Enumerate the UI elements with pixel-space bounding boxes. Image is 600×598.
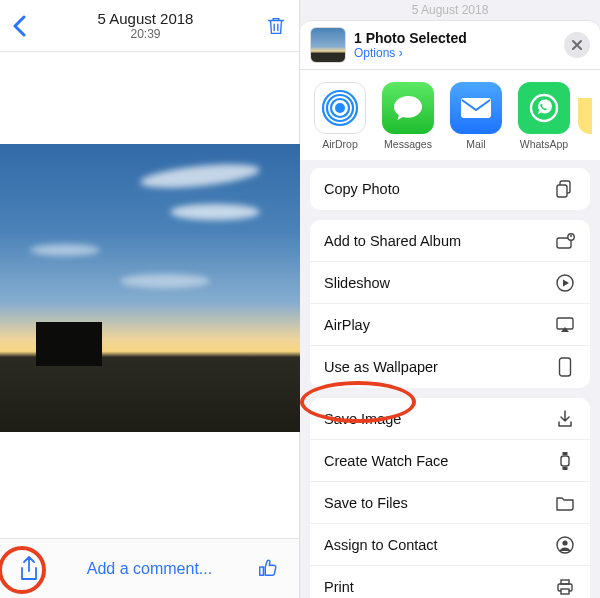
selection-title: 1 Photo Selected bbox=[354, 30, 564, 46]
actions-list: Copy Photo Add to Shared Album Slideshow… bbox=[300, 160, 600, 598]
thumbs-up-icon bbox=[257, 557, 279, 579]
like-button[interactable] bbox=[257, 557, 281, 581]
svg-rect-14 bbox=[561, 456, 569, 466]
action-add-shared-album[interactable]: Add to Shared Album bbox=[310, 220, 590, 262]
download-icon bbox=[554, 408, 576, 430]
header-title: 5 August 2018 20:39 bbox=[26, 10, 265, 41]
svg-rect-13 bbox=[560, 358, 571, 376]
mail-icon bbox=[450, 82, 502, 134]
svg-rect-15 bbox=[563, 452, 568, 455]
shared-album-icon bbox=[554, 230, 576, 252]
action-label: AirPlay bbox=[324, 317, 370, 333]
ghost-date: 5 August 2018 bbox=[300, 0, 600, 22]
action-label: Add to Shared Album bbox=[324, 233, 461, 249]
action-label: Save to Files bbox=[324, 495, 408, 511]
messages-icon bbox=[382, 82, 434, 134]
svg-rect-20 bbox=[561, 580, 569, 584]
phone-icon bbox=[554, 356, 576, 378]
svg-point-18 bbox=[562, 540, 567, 545]
folder-icon bbox=[554, 492, 576, 514]
photo-image[interactable] bbox=[0, 144, 300, 432]
svg-point-10 bbox=[570, 235, 572, 237]
app-label: AirDrop bbox=[306, 138, 374, 150]
header-date: 5 August 2018 bbox=[26, 10, 265, 27]
svg-rect-4 bbox=[461, 98, 491, 118]
share-icon bbox=[18, 555, 40, 583]
contact-icon bbox=[554, 534, 576, 556]
photo-detail-screen: 5 August 2018 20:39 Add a comment... bbox=[0, 0, 300, 598]
chevron-left-icon bbox=[12, 15, 26, 37]
delete-button[interactable] bbox=[265, 15, 287, 37]
action-slideshow[interactable]: Slideshow bbox=[310, 262, 590, 304]
svg-rect-16 bbox=[563, 467, 568, 470]
svg-point-0 bbox=[335, 103, 345, 113]
action-wallpaper[interactable]: Use as Wallpaper bbox=[310, 346, 590, 388]
notes-icon bbox=[578, 82, 592, 134]
action-print[interactable]: Print bbox=[310, 566, 590, 598]
action-label: Slideshow bbox=[324, 275, 390, 291]
app-label: WhatsApp bbox=[510, 138, 578, 150]
copy-icon bbox=[554, 178, 576, 200]
action-label: Save Image bbox=[324, 411, 401, 427]
action-assign-contact[interactable]: Assign to Contact bbox=[310, 524, 590, 566]
app-label: Messages bbox=[374, 138, 442, 150]
action-label: Assign to Contact bbox=[324, 537, 438, 553]
left-footer: Add a comment... bbox=[0, 538, 299, 598]
left-header: 5 August 2018 20:39 bbox=[0, 0, 299, 52]
app-notes-peek[interactable] bbox=[578, 82, 590, 150]
whatsapp-icon bbox=[518, 82, 570, 134]
share-sheet-header: 1 Photo Selected Options › bbox=[300, 20, 600, 70]
app-airdrop[interactable]: AirDrop bbox=[306, 82, 374, 150]
share-sheet: 5 August 2018 1 Photo Selected Options ›… bbox=[300, 0, 600, 598]
action-save-image[interactable]: Save Image bbox=[310, 398, 590, 440]
action-label: Print bbox=[324, 579, 354, 595]
options-link[interactable]: Options › bbox=[354, 46, 564, 60]
selection-thumbnail bbox=[310, 27, 346, 63]
trash-icon bbox=[265, 15, 287, 37]
close-button[interactable] bbox=[564, 32, 590, 58]
app-messages[interactable]: Messages bbox=[374, 82, 442, 150]
share-apps-row: AirDrop Messages Mail WhatsApp bbox=[300, 70, 600, 160]
close-icon bbox=[571, 39, 583, 51]
action-label: Copy Photo bbox=[324, 181, 400, 197]
play-circle-icon bbox=[554, 272, 576, 294]
action-save-files[interactable]: Save to Files bbox=[310, 482, 590, 524]
app-whatsapp[interactable]: WhatsApp bbox=[510, 82, 578, 150]
svg-rect-7 bbox=[557, 185, 567, 197]
app-mail[interactable]: Mail bbox=[442, 82, 510, 150]
airdrop-icon bbox=[314, 82, 366, 134]
header-time: 20:39 bbox=[26, 27, 265, 41]
printer-icon bbox=[554, 576, 576, 598]
back-button[interactable] bbox=[12, 15, 26, 37]
add-comment-link[interactable]: Add a comment... bbox=[42, 560, 257, 578]
action-airplay[interactable]: AirPlay bbox=[310, 304, 590, 346]
action-label: Use as Wallpaper bbox=[324, 359, 438, 375]
action-watch-face[interactable]: Create Watch Face bbox=[310, 440, 590, 482]
airplay-icon bbox=[554, 314, 576, 336]
action-copy-photo[interactable]: Copy Photo bbox=[310, 168, 590, 210]
watch-icon bbox=[554, 450, 576, 472]
svg-rect-21 bbox=[561, 589, 569, 594]
share-button[interactable] bbox=[18, 555, 42, 583]
action-label: Create Watch Face bbox=[324, 453, 448, 469]
app-label: Mail bbox=[442, 138, 510, 150]
